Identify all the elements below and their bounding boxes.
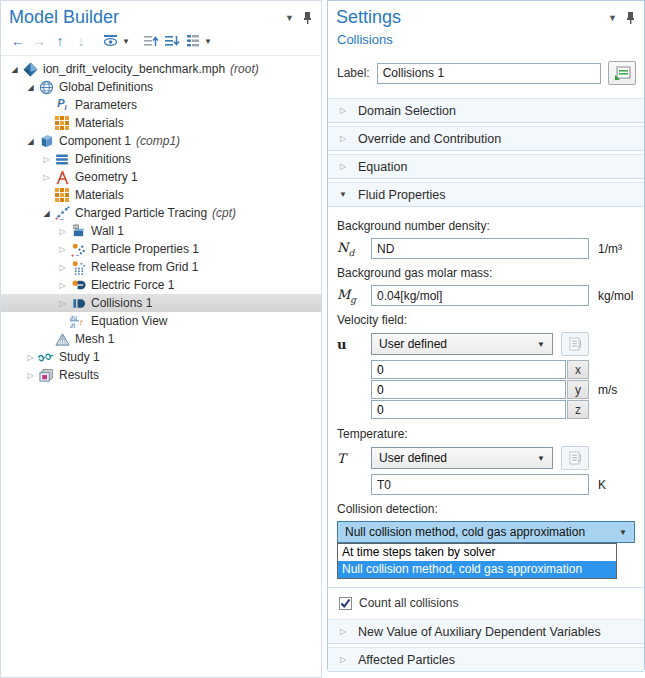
chevron-down-icon: ▼ — [619, 528, 627, 537]
back-arrow-icon[interactable]: ← — [9, 32, 27, 50]
velocity-unit: m/s — [589, 383, 635, 397]
chevron-down-icon: ▼ — [537, 340, 545, 349]
expander-closed-icon[interactable]: ▷ — [55, 245, 70, 254]
results-icon — [38, 367, 54, 383]
expander-closed-icon[interactable]: ▷ — [23, 353, 38, 362]
expander-open-icon[interactable]: ◢ — [39, 209, 54, 218]
panel-menu-caret-icon[interactable]: ▼ — [285, 13, 294, 23]
panel-menu-caret-icon[interactable]: ▼ — [608, 13, 617, 23]
count-all-collisions-checkbox[interactable] — [339, 597, 352, 610]
tree-options-caret-icon[interactable]: ▼ — [204, 37, 212, 46]
number-density-input[interactable] — [371, 238, 589, 259]
section-domain-selection[interactable]: ▷ Domain Selection — [328, 98, 644, 123]
tree-node-collisions1-selected[interactable]: ▷ Collisions 1 — [1, 294, 321, 312]
chevron-right-icon: ▷ — [328, 162, 358, 171]
temperature-input[interactable] — [371, 474, 589, 495]
show-menu-caret-icon[interactable]: ▼ — [122, 37, 130, 46]
model-tree-options-icon[interactable] — [184, 32, 202, 50]
section-new-value-aux-variables[interactable]: ▷ New Value of Auxiliary Dependent Varia… — [328, 619, 644, 644]
velocity-select[interactable]: User defined ▼ — [371, 333, 553, 355]
particle-properties-icon: +− — [70, 241, 86, 257]
expander-closed-icon[interactable]: ▷ — [55, 299, 70, 308]
tree-node-materials-global[interactable]: Materials — [1, 114, 321, 132]
pin-icon[interactable] — [625, 11, 636, 24]
charged-particle-tracing-icon: +− — [54, 205, 70, 221]
tree-node-release-from-grid1[interactable]: ▷ Release from Grid 1 — [1, 258, 321, 276]
svg-text:−: − — [75, 252, 79, 257]
section-equation[interactable]: ▷ Equation — [328, 154, 644, 179]
globe-icon — [38, 79, 54, 95]
dropdown-option-null-collision[interactable]: Null collision method, cold gas approxim… — [338, 561, 616, 578]
svg-text:−: − — [59, 216, 63, 221]
mg-symbol: Mg — [337, 287, 371, 305]
comsol-model-icon — [22, 61, 38, 77]
expander-closed-icon[interactable]: ▷ — [23, 371, 38, 380]
chevron-right-icon: ▷ — [328, 106, 358, 115]
expander-closed-icon[interactable]: ▷ — [39, 173, 54, 182]
expander-closed-icon[interactable]: ▷ — [55, 227, 70, 236]
materials-icon — [54, 187, 70, 203]
expander-closed-icon[interactable]: ▷ — [55, 263, 70, 272]
label-input[interactable] — [377, 63, 601, 84]
move-up-icon[interactable]: ↑ — [51, 32, 69, 50]
velocity-y-input[interactable] — [371, 380, 566, 399]
tree-node-study1[interactable]: ▷ Study 1 — [1, 348, 321, 366]
tree-node-results[interactable]: ▷ Results — [1, 366, 321, 384]
rename-button[interactable] — [608, 61, 636, 85]
tree-node-electric-force1[interactable]: ▷ Electric Force 1 — [1, 276, 321, 294]
velocity-z-input[interactable] — [371, 400, 566, 419]
tree-node-particle-properties1[interactable]: ▷ +− Particle Properties 1 — [1, 240, 321, 258]
section-affected-particles[interactable]: ▷ Affected Particles — [328, 647, 644, 672]
tree-node-mesh1[interactable]: Mesh 1 — [1, 330, 321, 348]
collapse-all-icon[interactable] — [142, 32, 160, 50]
tree-node-root[interactable]: ◢ ion_drift_velocity_benchmark.mph (root… — [1, 60, 321, 78]
electric-force-icon — [70, 277, 86, 293]
move-down-icon[interactable]: ↓ — [72, 32, 90, 50]
tree-node-charged-particle-tracing[interactable]: ◢ +− Charged Particle Tracing (cpt) — [1, 204, 321, 222]
chevron-right-icon: ▷ — [328, 655, 358, 664]
tree-node-parameters[interactable]: Pi Parameters — [1, 96, 321, 114]
svg-text:+: + — [71, 251, 75, 256]
parameters-icon: Pi — [54, 97, 70, 113]
fluid-properties-body: Background number density: Nd 1/m³ Backg… — [328, 210, 644, 616]
pin-icon[interactable] — [302, 11, 313, 24]
section-override-contribution[interactable]: ▷ Override and Contribution — [328, 126, 644, 151]
tree-node-component1[interactable]: ◢ Component 1 (comp1) — [1, 132, 321, 150]
show-eye-icon[interactable] — [102, 32, 120, 50]
velocity-x-input[interactable] — [371, 360, 566, 379]
expander-closed-icon[interactable]: ▷ — [55, 281, 70, 290]
forward-arrow-icon[interactable]: → — [30, 32, 48, 50]
expander-open-icon[interactable]: ◢ — [23, 83, 38, 92]
molar-mass-input[interactable] — [371, 285, 589, 306]
tree-node-wall1[interactable]: ▷ D Wall 1 — [1, 222, 321, 240]
expand-all-icon[interactable] — [163, 32, 181, 50]
molar-mass-unit: kg/mol — [589, 289, 635, 303]
dropdown-option-solver-steps[interactable]: At time steps taken by solver — [338, 544, 616, 561]
component-cube-icon — [38, 133, 54, 149]
expander-open-icon[interactable]: ◢ — [23, 137, 38, 146]
tree-node-equation-view[interactable]: ∂u∂tf Equation View — [1, 312, 321, 330]
materials-icon — [54, 115, 70, 131]
tree-node-geometry1[interactable]: ▷ Geometry 1 — [1, 168, 321, 186]
label-field-caption: Label: — [337, 66, 370, 80]
section-fluid-properties[interactable]: ▼ Fluid Properties — [328, 182, 644, 207]
chevron-right-icon: ▷ — [328, 134, 358, 143]
expander-closed-icon[interactable]: ▷ — [39, 155, 54, 164]
tree-node-materials-component[interactable]: Materials — [1, 186, 321, 204]
release-from-grid-icon — [70, 259, 86, 275]
u-symbol: u — [337, 337, 371, 352]
svg-text:f: f — [80, 319, 83, 326]
temperature-label: Temperature: — [337, 427, 635, 441]
settings-panel: Settings ▼ Collisions Label: ▷ Domain Se… — [327, 0, 645, 670]
tree-node-global-definitions[interactable]: ◢ Global Definitions — [1, 78, 321, 96]
definitions-icon — [54, 151, 70, 167]
expander-open-icon[interactable]: ◢ — [7, 65, 22, 74]
chevron-down-icon: ▼ — [328, 190, 358, 199]
svg-text:D: D — [74, 224, 77, 229]
collisions-icon — [70, 295, 86, 311]
temperature-select[interactable]: User defined ▼ — [371, 447, 553, 469]
chevron-right-icon: ▷ — [328, 627, 358, 636]
tree-node-definitions[interactable]: ▷ Definitions — [1, 150, 321, 168]
expression-button-disabled — [561, 332, 589, 356]
collision-detection-select[interactable]: Null collision method, cold gas approxim… — [337, 521, 635, 543]
